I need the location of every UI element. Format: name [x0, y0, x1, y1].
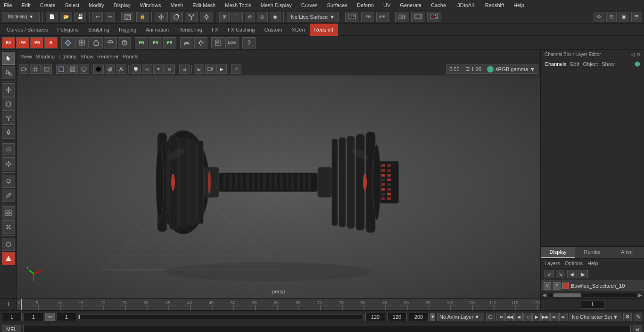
- grid-cube-btn[interactable]: [75, 37, 89, 49]
- snap-to-grid-lt-btn[interactable]: [2, 220, 15, 234]
- menu-mesh-display[interactable]: Mesh Display: [259, 1, 294, 9]
- redo-btn[interactable]: ↪: [105, 12, 115, 22]
- pr-btn3[interactable]: PR: [163, 37, 176, 49]
- menu-mesh[interactable]: Mesh: [168, 1, 185, 9]
- no-live-surface-btn[interactable]: No Live Surface ▼: [287, 12, 339, 22]
- layer-new-btn[interactable]: ↙: [545, 270, 554, 278]
- play-forward-btn[interactable]: ▶: [532, 313, 541, 321]
- menu-curves[interactable]: Curves: [299, 1, 320, 9]
- ipr-tb-btn[interactable]: IPR: [16, 37, 29, 49]
- vp-shadow-btn[interactable]: [131, 65, 141, 74]
- camera-display-btn[interactable]: [395, 12, 409, 22]
- prev-frame-btn[interactable]: ◀◀: [505, 313, 514, 321]
- vp-menu-renderer[interactable]: Renderer: [97, 54, 119, 59]
- menu-surfaces[interactable]: Surfaces: [325, 1, 349, 9]
- vp-film-gate-btn[interactable]: [41, 65, 52, 74]
- tab-fx-caching[interactable]: FX Caching: [223, 24, 259, 36]
- layer-next-btn[interactable]: ▶: [578, 270, 588, 278]
- vp-wireframe-on-shaded-btn[interactable]: [67, 65, 78, 74]
- goto-start-btn[interactable]: ⏮: [496, 313, 505, 321]
- undo-btn[interactable]: ↩: [92, 12, 103, 22]
- save-scene-btn[interactable]: 💾: [74, 12, 86, 22]
- layer-color-swatch[interactable]: [562, 283, 569, 289]
- universal-manip-btn[interactable]: [200, 12, 213, 22]
- menu-select[interactable]: Select: [63, 1, 82, 9]
- step-forward-btn[interactable]: ▶▶: [541, 313, 550, 321]
- dr-tab-render[interactable]: Render: [575, 247, 610, 258]
- timeline-ruler[interactable]: 0 5 10 15 20 25 30 35 40 45 50 55 60 65 …: [17, 299, 540, 310]
- vp-motion-blur-btn[interactable]: ≋: [153, 65, 164, 74]
- char-set-edit-btn[interactable]: ✎: [634, 313, 642, 321]
- anim-layer-selector[interactable]: No Anim Layer ▼: [437, 313, 484, 321]
- char-set-selector[interactable]: No Character Set ▼: [570, 313, 621, 321]
- dr-tab-display[interactable]: Display: [541, 247, 575, 258]
- layer-prev-btn[interactable]: ◀: [567, 270, 577, 278]
- new-scene-btn[interactable]: 📄: [46, 12, 58, 22]
- soft-select-btn[interactable]: ◉: [270, 12, 281, 22]
- tab-sculpting[interactable]: Sculpting: [83, 24, 114, 36]
- vp-xray-btn[interactable]: [79, 65, 89, 74]
- scale-tool-btn[interactable]: [185, 12, 198, 22]
- vp-sel-highlight-btn[interactable]: [56, 65, 66, 74]
- playback-dropdown-arrow[interactable]: ▾: [430, 313, 435, 321]
- move-tool-btn[interactable]: [155, 12, 168, 22]
- render-bowl-btn[interactable]: [180, 37, 193, 49]
- mel-end-btn[interactable]: ⊟: [633, 325, 642, 332]
- render-ipr2-btn[interactable]: IPR: [376, 12, 389, 22]
- menu-cache[interactable]: Cache: [429, 1, 448, 9]
- component-mode-btn[interactable]: [2, 206, 15, 219]
- layers-menu-help[interactable]: Help: [587, 260, 598, 266]
- tab-redshift[interactable]: Redshift: [310, 24, 338, 36]
- move-lt-btn[interactable]: [2, 83, 15, 97]
- range-end-input[interactable]: 120: [365, 313, 385, 321]
- scrollbar-horizontal[interactable]: ◀ ▶: [541, 292, 644, 298]
- menu-deform[interactable]: Deform: [355, 1, 376, 9]
- mel-python-toggle[interactable]: MEL: [2, 325, 21, 332]
- layer-visibility-btn[interactable]: V: [544, 282, 551, 290]
- step-back-btn[interactable]: ◀: [514, 313, 523, 321]
- sphere-half-btn[interactable]: [104, 37, 117, 49]
- show-manip-btn[interactable]: [2, 157, 15, 170]
- goto-end-btn[interactable]: ⏭: [559, 313, 568, 321]
- menu-modify[interactable]: Modify: [87, 1, 106, 9]
- menu-edit-mesh[interactable]: Edit Mesh: [190, 1, 217, 9]
- menu-redshift[interactable]: Redshift: [483, 1, 506, 9]
- tab-xgen[interactable]: XGen: [287, 24, 309, 36]
- snap-point-btn[interactable]: ⊕: [245, 12, 255, 22]
- scroll-left-arrow[interactable]: ◀: [543, 292, 546, 298]
- vp-screen-space-ao-btn[interactable]: ◎: [142, 65, 152, 74]
- channel-box-close-btn[interactable]: ✕: [636, 52, 640, 57]
- vp-menu-shading[interactable]: Shading: [36, 54, 55, 59]
- channel-box-collapse-btn[interactable]: ◁: [631, 52, 635, 57]
- char-set-settings-btn[interactable]: ⚙: [623, 313, 632, 321]
- paint-select-btn[interactable]: [2, 66, 15, 79]
- redshift-icon-btn[interactable]: [2, 252, 15, 265]
- scroll-thumb[interactable]: [553, 293, 581, 297]
- playback-end-input[interactable]: [387, 313, 407, 321]
- workspace-selector[interactable]: Modeling ▼: [2, 12, 40, 22]
- layers-menu-layers[interactable]: Layers: [545, 260, 560, 266]
- vp-camera-btn[interactable]: [19, 65, 29, 74]
- render-ipr-btn[interactable]: IPR: [361, 12, 374, 22]
- scale-lt-btn[interactable]: [2, 112, 15, 125]
- question-btn[interactable]: ?: [242, 37, 256, 49]
- vp-gamma-dropdown-icon[interactable]: ▼: [530, 66, 535, 72]
- lock-selection-btn[interactable]: 🔒: [136, 12, 149, 22]
- vp-anti-alias-btn[interactable]: [116, 65, 126, 74]
- menu-windows[interactable]: Windows: [138, 1, 163, 9]
- rotate-lt-btn[interactable]: [2, 97, 15, 111]
- resolution-gate-btn[interactable]: [411, 12, 425, 22]
- menu-display[interactable]: Display: [112, 1, 132, 9]
- play-back-btn[interactable]: ◁: [523, 313, 532, 321]
- quad-draw-btn[interactable]: [2, 238, 15, 251]
- anim-layer-settings-btn[interactable]: [486, 313, 495, 321]
- layers-menu-options[interactable]: Options: [565, 260, 583, 266]
- menu-3dtoall[interactable]: -3DtoAll-: [454, 1, 478, 9]
- frame-slider[interactable]: [78, 315, 363, 319]
- settings-global-btn[interactable]: ⚙: [594, 12, 604, 22]
- render-settings-btn[interactable]: [427, 12, 441, 22]
- cb-tab-edit[interactable]: Edit: [570, 61, 579, 68]
- vp-dof-btn[interactable]: ⊙: [165, 65, 175, 74]
- dr-tab-anim[interactable]: Anim: [610, 247, 644, 258]
- range-input1[interactable]: [57, 313, 76, 321]
